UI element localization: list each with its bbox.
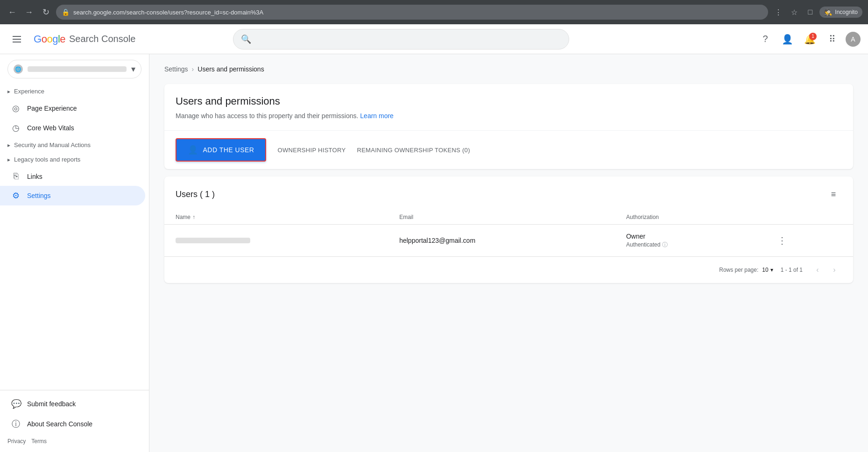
rows-per-page-value: 10: [762, 267, 768, 273]
property-icon: 🌐: [14, 64, 23, 74]
rows-per-page-control: Rows per page: 10 ▾: [719, 267, 773, 273]
user-auth-status: Authenticated ⓘ: [626, 241, 752, 249]
privacy-link[interactable]: Privacy: [7, 438, 26, 445]
next-page-button[interactable]: ›: [827, 262, 842, 277]
breadcrumb-current: Users and permissions: [198, 65, 264, 73]
address-bar[interactable]: 🔒 search.google.com/search-console/users…: [56, 5, 768, 20]
top-header: Google Search Console 🔍 ? 👤 🔔 1 ⠿: [0, 24, 868, 54]
description-text: Manage who has access to this property a…: [176, 112, 358, 120]
sidebar-section-legacy[interactable]: ▸ Legacy tools and reports: [0, 152, 145, 167]
chevron-icon: ▸: [7, 142, 10, 148]
sidebar: 🌐 ▾ ▸ Experience ◎ Page Experience ◷ Cor…: [0, 54, 149, 452]
property-selector[interactable]: 🌐 ▾: [7, 60, 141, 78]
learn-more-link[interactable]: Learn more: [360, 112, 394, 120]
security-section-label: Security and Manual Actions: [14, 141, 91, 148]
user-email: helpportal123@gmail.com: [399, 237, 475, 244]
avatar-button[interactable]: A: [846, 32, 861, 47]
hamburger-line: [13, 42, 21, 42]
add-user-label: ADD THE USER: [203, 146, 254, 154]
translate-button[interactable]: ⋮: [772, 6, 785, 19]
sort-asc-icon: ↑: [192, 214, 195, 220]
sidebar-section-security[interactable]: ▸ Security and Manual Actions: [0, 138, 145, 152]
apps-button[interactable]: ⠿: [823, 30, 842, 49]
users-title: Users ( 1 ): [176, 190, 215, 199]
hamburger-line: [13, 39, 21, 40]
auth-status-text: Authenticated: [626, 241, 660, 248]
core-web-vitals-label: Core Web Vitals: [27, 124, 74, 132]
manage-users-icon: 👤: [782, 34, 793, 45]
next-page-icon: ›: [833, 266, 835, 274]
table-row: helpportal123@gmail.com Owner Authentica…: [164, 225, 853, 257]
tab-button[interactable]: □: [804, 6, 817, 19]
name-column-header: Name ↑: [164, 210, 388, 225]
back-button[interactable]: ←: [6, 6, 19, 19]
header-actions: ? 👤 🔔 1 ⠿ A: [756, 30, 861, 49]
more-vert-icon: ⋮: [777, 235, 787, 246]
users-card-header: Users ( 1 ) ≡: [164, 177, 853, 210]
lock-icon: 🔒: [62, 8, 70, 16]
table-header: Name ↑ Email Authorization: [164, 210, 853, 225]
filter-button[interactable]: ≡: [825, 186, 842, 203]
sidebar-item-page-experience[interactable]: ◎ Page Experience: [0, 99, 145, 118]
main-layout: 🌐 ▾ ▸ Experience ◎ Page Experience ◷ Cor…: [0, 54, 868, 452]
app-name: Search Console: [69, 34, 135, 44]
forward-button[interactable]: →: [22, 6, 35, 19]
browser-actions: ⋮ ☆ □ 🕵 Incognito: [772, 6, 862, 19]
reload-button[interactable]: ↻: [39, 6, 52, 19]
pagination-buttons: ‹ ›: [810, 262, 842, 277]
google-logo: Google: [34, 33, 65, 45]
table-footer: Rows per page: 10 ▾ 1 - 1 of 1 ‹ ›: [164, 256, 853, 283]
sidebar-item-about[interactable]: ⓘ About Search Console: [0, 414, 145, 434]
core-web-icon: ◷: [11, 123, 21, 133]
manage-users-button[interactable]: 👤: [778, 30, 797, 49]
user-name-cell: [164, 225, 388, 257]
sidebar-section-experience[interactable]: ▸ Experience: [0, 84, 145, 99]
breadcrumb-separator: ›: [192, 65, 194, 73]
browser-chrome: ← → ↻ 🔒 search.google.com/search-console…: [0, 0, 868, 24]
legacy-section-label: Legacy tools and reports: [14, 156, 80, 163]
sidebar-item-settings[interactable]: ⚙ Settings: [0, 186, 145, 205]
card-description: Manage who has access to this property a…: [176, 111, 842, 121]
prev-page-icon: ‹: [816, 266, 819, 274]
name-header-label: Name: [176, 214, 191, 220]
search-input[interactable]: [257, 35, 561, 43]
add-user-button[interactable]: 👤 ADD THE USER: [176, 138, 266, 162]
settings-icon: ⚙: [11, 191, 21, 201]
bookmark-button[interactable]: ☆: [788, 6, 801, 19]
page-exp-icon: ◎: [11, 103, 21, 113]
url-text: search.google.com/search-console/users?r…: [73, 9, 263, 16]
pagination-info: 1 - 1 of 1: [781, 267, 803, 273]
chevron-down-icon: ▾: [131, 64, 135, 74]
chevron-icon: ▸: [7, 88, 10, 95]
user-more-button[interactable]: ⋮: [774, 232, 790, 249]
notifications-button[interactable]: 🔔 1: [801, 30, 819, 49]
search-bar[interactable]: 🔍: [233, 29, 569, 49]
help-icon: ?: [762, 34, 768, 44]
hamburger-line: [13, 36, 21, 37]
rows-per-page-select[interactable]: 10 ▾: [762, 267, 773, 273]
help-button[interactable]: ?: [756, 30, 775, 49]
feedback-icon: 💬: [11, 399, 21, 409]
auth-cell: Owner Authenticated ⓘ: [626, 233, 752, 249]
terms-link[interactable]: Terms: [31, 438, 47, 445]
property-name: [28, 66, 127, 72]
rows-per-page-label: Rows per page:: [719, 267, 758, 273]
hamburger-button[interactable]: [7, 30, 26, 49]
breadcrumb-settings[interactable]: Settings: [164, 65, 188, 73]
chevron-down-icon: ▾: [770, 267, 773, 273]
sidebar-item-links[interactable]: ⎘ Links: [0, 167, 145, 186]
email-header-label: Email: [399, 214, 413, 220]
experience-section-label: Experience: [14, 88, 44, 95]
card-header: Users and permissions Manage who has acc…: [164, 84, 853, 130]
authorization-header-label: Authorization: [626, 214, 659, 220]
remaining-tokens-button[interactable]: REMAINING OWNERSHIP TOKENS (0): [357, 147, 470, 154]
sidebar-item-submit-feedback[interactable]: 💬 Submit feedback: [0, 394, 145, 414]
actions-column-header: [762, 210, 853, 225]
ownership-history-button[interactable]: OWNERSHIP HISTORY: [277, 147, 346, 154]
user-name-placeholder: [176, 238, 250, 243]
email-column-header: Email: [388, 210, 615, 225]
prev-page-button[interactable]: ‹: [810, 262, 825, 277]
app-container: Google Search Console 🔍 ? 👤 🔔 1 ⠿: [0, 24, 868, 452]
sidebar-item-core-web-vitals[interactable]: ◷ Core Web Vitals: [0, 118, 145, 138]
avatar-icon: A: [851, 35, 855, 43]
